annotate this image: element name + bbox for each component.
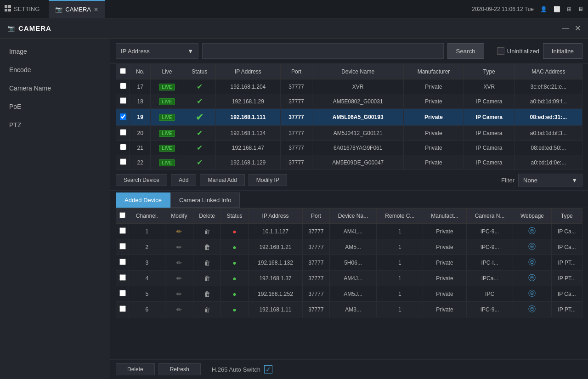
edit-icon[interactable]: ✏: [176, 228, 182, 235]
logout-icon[interactable]: ⬜: [554, 6, 560, 12]
search-button[interactable]: Search: [447, 43, 484, 59]
h265-checkbox[interactable]: ✓: [264, 365, 272, 373]
add-button[interactable]: Add: [171, 174, 196, 186]
minimize-icon[interactable]: —: [562, 24, 569, 33]
added-row-webpage[interactable]: ⓔ: [513, 239, 551, 255]
tab-camera-linked-info[interactable]: Camera Linked Info: [170, 192, 240, 208]
added-row-checkbox[interactable]: [119, 290, 126, 296]
webpage-icon[interactable]: ⓔ: [528, 274, 536, 282]
added-row-modify[interactable]: ✏: [165, 302, 193, 317]
edit-icon[interactable]: ✏: [176, 259, 182, 266]
added-row-delete[interactable]: 🗑: [193, 302, 221, 317]
top-table-row[interactable]: 21 LIVE ✔ 192.168.1.47 37777 6A01678YAG9…: [116, 141, 582, 155]
added-row-delete[interactable]: 🗑: [193, 239, 221, 255]
edit-icon[interactable]: ✏: [176, 243, 182, 251]
added-row-checkbox[interactable]: [119, 274, 126, 281]
top-row-checkbox[interactable]: [120, 129, 126, 136]
webpage-icon[interactable]: ⓔ: [528, 227, 536, 235]
delete-icon[interactable]: 🗑: [204, 259, 210, 266]
sidebar-item-poe[interactable]: PoE: [0, 97, 110, 116]
top-table-row[interactable]: 22 LIVE ✔ 192.168.1.129 37777 AM5E09DE_G…: [116, 155, 582, 170]
added-row-modify[interactable]: ✏: [165, 255, 193, 271]
added-row-delete[interactable]: 🗑: [193, 224, 221, 239]
monitor-icon[interactable]: 🖥: [578, 6, 583, 12]
delete-button[interactable]: Delete: [116, 363, 155, 375]
search-type-dropdown[interactable]: IP Address ▼: [116, 43, 198, 59]
top-row-status: ✔: [183, 155, 216, 170]
added-row-webpage[interactable]: ⓔ: [513, 255, 551, 271]
top-row-port: 37777: [280, 126, 312, 141]
top-row-checkbox[interactable]: [120, 158, 126, 165]
top-table-row[interactable]: 18 LIVE ✔ 192.168.1.29 37777 AM5E0802_G0…: [116, 94, 582, 109]
added-row-remote: 1: [377, 255, 423, 271]
added-row-checkbox[interactable]: [119, 243, 126, 249]
added-row-channel: 1: [129, 224, 165, 239]
close-icon[interactable]: ✕: [575, 24, 581, 33]
added-row-checkbox[interactable]: [119, 305, 126, 312]
top-row-checkbox[interactable]: [120, 83, 126, 89]
top-row-checkbox[interactable]: [120, 113, 126, 120]
edit-icon[interactable]: ✏: [176, 290, 182, 298]
added-row-modify[interactable]: ✏: [165, 224, 193, 239]
sidebar-item-ptz[interactable]: PTZ: [0, 116, 110, 134]
user-icon[interactable]: 👤: [540, 6, 547, 12]
camera-tab[interactable]: 📷 CAMERA ✕: [49, 0, 105, 18]
added-row-delete[interactable]: 🗑: [193, 286, 221, 302]
sidebar-item-encode[interactable]: Encode: [0, 61, 110, 79]
added-row-checkbox[interactable]: [119, 259, 126, 265]
added-row-delete[interactable]: 🗑: [193, 271, 221, 286]
col-mac: MAC Address: [514, 64, 582, 79]
top-table-row[interactable]: 17 LIVE ✔ 192.168.1.204 37777 XVR Privat…: [116, 79, 582, 94]
delete-icon[interactable]: 🗑: [204, 275, 210, 282]
top-table-row[interactable]: 19 LIVE ✔ 192.168.1.111 37777 AM5L06A5_G…: [116, 109, 582, 126]
added-row-modify[interactable]: ✏: [165, 239, 193, 255]
added-row-checkbox[interactable]: [119, 227, 126, 234]
added-row-modify[interactable]: ✏: [165, 286, 193, 302]
qr-icon[interactable]: ⊞: [567, 6, 571, 12]
edit-icon[interactable]: ✏: [176, 275, 182, 282]
filter-dropdown[interactable]: None ▼: [518, 174, 582, 187]
webpage-icon[interactable]: ⓔ: [528, 243, 536, 250]
added-row-modify[interactable]: ✏: [165, 271, 193, 286]
delete-icon[interactable]: 🗑: [204, 306, 210, 313]
added-col-status: Status: [221, 209, 248, 224]
added-row-remote: 1: [377, 224, 423, 239]
tab-added-device[interactable]: Added Device: [116, 192, 170, 208]
search-device-button[interactable]: Search Device: [116, 174, 167, 186]
manual-add-button[interactable]: Manual Add: [200, 174, 244, 186]
refresh-button[interactable]: Refresh: [158, 363, 201, 375]
top-row-device-name: AM5E09DE_G00047: [312, 155, 404, 170]
added-row-webpage[interactable]: ⓔ: [513, 271, 551, 286]
close-tab-icon[interactable]: ✕: [94, 6, 98, 13]
top-table-row[interactable]: 20 LIVE ✔ 192.168.1.134 37777 AM5J0412_G…: [116, 126, 582, 141]
added-row-webpage[interactable]: ⓔ: [513, 302, 551, 317]
added-row-type: IP Ca...: [551, 239, 582, 255]
edit-icon[interactable]: ✏: [176, 306, 182, 313]
delete-icon[interactable]: 🗑: [204, 243, 210, 251]
top-row-type: IP Camera: [464, 141, 514, 155]
sidebar-item-camera-name[interactable]: Camera Name: [0, 79, 110, 97]
svg-rect-0: [5, 5, 7, 8]
delete-icon[interactable]: 🗑: [204, 228, 210, 235]
initialize-button[interactable]: Initialize: [543, 43, 582, 59]
top-row-status: ✔: [183, 109, 216, 126]
top-row-ip: 192.168.1.111: [216, 109, 281, 126]
sidebar-item-image[interactable]: Image: [0, 42, 110, 61]
webpage-icon[interactable]: ⓔ: [528, 258, 536, 266]
added-row-webpage[interactable]: ⓔ: [513, 224, 551, 239]
modify-ip-button[interactable]: Modify IP: [249, 174, 287, 186]
search-input[interactable]: [202, 43, 444, 59]
uninitialized-checkbox[interactable]: [497, 47, 504, 55]
select-all-added-checkbox[interactable]: [119, 212, 125, 218]
webpage-icon[interactable]: ⓔ: [528, 289, 536, 297]
added-row-delete[interactable]: 🗑: [193, 255, 221, 271]
top-row-checkbox[interactable]: [120, 144, 126, 150]
top-row-port: 37777: [280, 155, 312, 170]
delete-icon[interactable]: 🗑: [204, 290, 210, 298]
select-all-top-checkbox[interactable]: [120, 68, 126, 74]
added-row-channel: 3: [129, 255, 165, 271]
webpage-icon[interactable]: ⓔ: [528, 305, 536, 313]
added-row-webpage[interactable]: ⓔ: [513, 286, 551, 302]
top-row-checkbox[interactable]: [120, 97, 126, 104]
top-row-device-name: AM5L06A5_G00193: [312, 109, 404, 126]
